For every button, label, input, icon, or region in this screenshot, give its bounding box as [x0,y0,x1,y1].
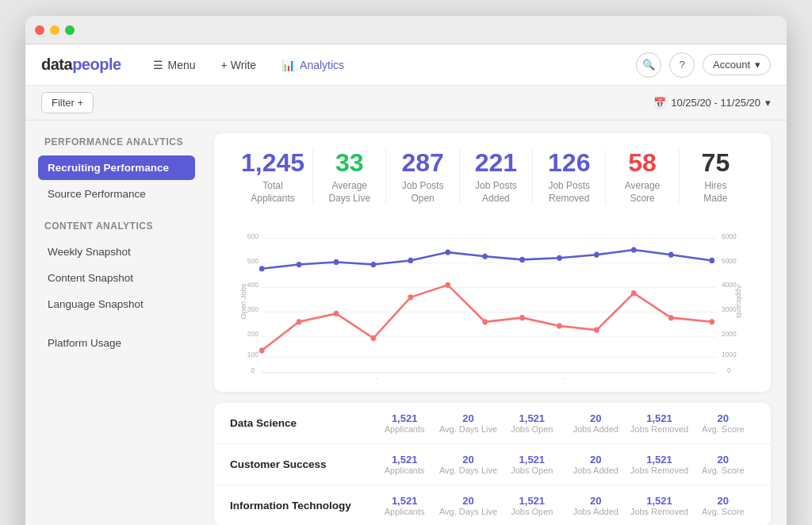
stat-label-avg-score: AverageScore [614,180,670,205]
analytics-nav-item[interactable]: 📊 Analytics [278,54,347,76]
table-row: Data Science 1,521 Applicants 20 Avg. Da… [214,403,771,444]
stat-label-days-live: AverageDays Live [321,180,377,205]
write-nav-item[interactable]: + Write [218,54,259,76]
svg-point-30 [334,311,339,316]
logo: datapeople [41,56,121,74]
svg-point-23 [557,255,562,261]
row-stats-information-technology: 1,521 Applicants 20 Avg. Days Live 1,521… [373,495,755,516]
svg-text:Oct: Oct [666,377,677,379]
row-name-data-science: Data Science [230,417,373,429]
titlebar [25,16,787,44]
svg-point-19 [408,258,414,263]
account-label: Account [713,59,750,71]
calendar-icon: 📅 [653,97,666,109]
table-card: Data Science 1,521 Applicants 20 Avg. Da… [214,403,771,525]
svg-point-24 [594,252,599,258]
stat-avg-days-live: 33 AverageDays Live [313,149,386,205]
row-stat-avg-score: 20 Avg. Score [691,412,755,434]
stat-value-applicants: 1,245 [241,149,304,177]
svg-text:0: 0 [251,366,255,374]
row-stats-customer-success: 1,521 Applicants 20 Avg. Days Live 1,521… [373,454,755,475]
row-stat-applicants: 1,521 Applicants [373,412,436,434]
navbar: datapeople ☰ Menu + Write 📊 Analytics 🔍 … [25,44,787,86]
table-row: Customer Success 1,521 Applicants 20 Avg… [214,444,771,485]
close-dot[interactable] [35,25,44,35]
main-content: Performance Analytics Recruiting Perform… [25,121,787,525]
stat-value-hires: 75 [688,149,744,177]
svg-point-39 [668,315,674,320]
sidebar-item-content-snapshot[interactable]: Content Snapshot [38,266,195,290]
svg-point-27 [709,258,714,263]
svg-point-32 [408,295,414,301]
svg-point-35 [519,315,525,320]
svg-text:Feb: Feb [368,377,380,379]
chevron-down-icon: ▾ [765,97,771,109]
menu-nav-item[interactable]: ☰ Menu [150,54,199,76]
svg-text:100: 100 [247,351,259,358]
performance-section-title: Performance Analytics [38,136,195,148]
chart-area: 600 500 400 300 200 100 0 Open Jobs [233,217,752,392]
svg-point-33 [445,282,450,288]
content-area: 1,245 TotalApplicants 33 AverageDays Liv… [208,121,787,525]
search-button[interactable]: 🔍 [636,52,661,78]
svg-text:200: 200 [247,330,259,338]
filter-label: Filter + [52,97,83,109]
row-stats-data-science: 1,521 Applicants 20 Avg. Days Live 1,521… [373,412,755,434]
sidebar-item-language-snapshot[interactable]: Language Snapshot [38,292,195,316]
sidebar-item-platform-usage[interactable]: Platform Usage [38,331,195,355]
stat-value-posts-removed: 126 [541,149,597,177]
svg-point-20 [445,250,450,255]
app-window: datapeople ☰ Menu + Write 📊 Analytics 🔍 … [25,16,787,525]
stat-value-posts-added: 221 [468,149,524,177]
svg-text:Jan: Jan [331,377,342,379]
row-name-information-technology: Information Technology [230,500,373,512]
row-name-customer-success: Customer Success [230,458,373,470]
help-button[interactable]: ? [669,52,695,78]
stat-label-applicants: TotalApplicants [241,180,304,205]
svg-point-34 [482,320,488,325]
date-range-picker[interactable]: 📅 10/25/20 - 11/25/20 ▾ [653,97,771,109]
maximize-dot[interactable] [65,25,75,35]
row-stat-jobs-removed: 1,521 Jobs Removed [627,412,691,434]
row-stat-days-live: 20 Avg. Days Live [436,412,500,434]
stat-label-posts-added: Job PostsAdded [468,180,524,205]
question-icon: ? [679,59,684,71]
sidebar-item-recruiting-performance[interactable]: Recruiting Performance [38,155,195,180]
svg-text:600: 600 [247,232,259,240]
svg-point-22 [519,257,525,262]
sidebar: Performance Analytics Recruiting Perform… [25,121,208,525]
svg-text:1000: 1000 [722,351,737,358]
svg-text:Sep: Sep [628,377,640,379]
stat-label-hires: HiresMade [688,180,744,205]
account-button[interactable]: Account ▾ [703,54,771,75]
date-range-label: 10/25/20 - 11/25/20 [671,97,760,109]
sidebar-item-source-performance[interactable]: Source Performance [38,182,195,206]
svg-text:Nov: Nov [256,377,269,379]
stat-label-posts-removed: Job PostsRemoved [541,180,597,205]
svg-text:2000: 2000 [722,330,737,338]
stat-total-applicants: 1,245 TotalApplicants [233,149,313,205]
analytics-icon: 📊 [282,59,295,71]
svg-text:Open Jobs: Open Jobs [239,283,247,319]
svg-text:5000: 5000 [722,257,737,265]
svg-point-31 [371,335,377,341]
stat-value-posts-open: 287 [394,149,450,177]
svg-text:300: 300 [247,305,259,313]
svg-text:Apr: Apr [442,377,453,379]
filter-button[interactable]: Filter + [41,92,94,113]
stat-label-posts-open: Job PostsOpen [394,180,450,205]
svg-point-26 [668,252,674,258]
svg-point-15 [259,266,265,272]
svg-point-36 [557,324,562,329]
menu-icon: ☰ [153,59,163,71]
svg-text:6000: 6000 [722,232,737,240]
row-stat-jobs-open: 1,521 Jobs Open [500,412,564,434]
row-stat-jobs-added: 20 Jobs Added [564,412,627,434]
svg-point-17 [334,259,339,265]
sidebar-item-weekly-snapshot[interactable]: Weekly Snapshot [38,240,195,264]
minimize-dot[interactable] [50,25,59,35]
svg-text:May: May [479,377,492,379]
chevron-down-icon: ▾ [755,59,760,71]
stat-hires-made: 75 HiresMade [680,149,752,205]
svg-text:0: 0 [727,366,731,374]
